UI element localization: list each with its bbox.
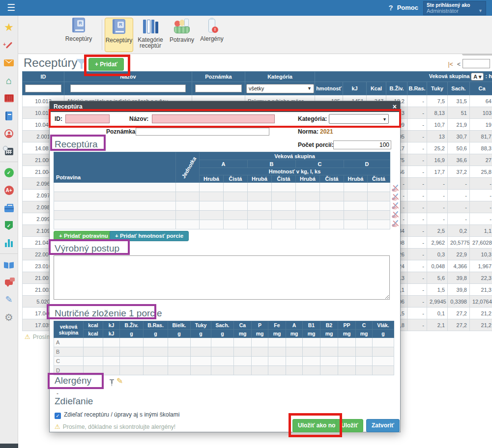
ingredient-cell[interactable] bbox=[54, 183, 176, 192]
ingredient-cell[interactable] bbox=[272, 192, 296, 201]
ingredient-cell[interactable] bbox=[368, 220, 390, 229]
filter-poznamka-input[interactable] bbox=[195, 84, 242, 92]
pagination-first[interactable]: |< bbox=[448, 61, 453, 68]
ingredient-cell[interactable] bbox=[296, 201, 320, 211]
ingredient-cell[interactable] bbox=[54, 211, 176, 220]
ingredient-cell[interactable] bbox=[248, 201, 272, 211]
ingredient-cell[interactable] bbox=[224, 183, 248, 192]
ingredient-cell[interactable] bbox=[224, 201, 248, 211]
sidebar-item-calendar-clock[interactable] bbox=[0, 142, 18, 160]
ingredient-cell[interactable] bbox=[344, 183, 368, 192]
ingredient-cell[interactable] bbox=[344, 201, 368, 211]
sidebar-item-pen[interactable]: ✎ bbox=[0, 291, 18, 308]
col-header-bziv[interactable]: B.Živ. bbox=[386, 82, 407, 95]
col-header-hmotnost[interactable]: hmotnosť bbox=[315, 82, 343, 95]
pagination-prev[interactable]: < bbox=[457, 61, 461, 68]
add-potravina-button[interactable]: + Pridať potravinu bbox=[54, 231, 114, 241]
sidebar-item-check-circle[interactable]: ✓ bbox=[0, 164, 18, 181]
pagination[interactable]: |< < bbox=[448, 61, 461, 68]
ingredient-cell[interactable] bbox=[224, 192, 248, 201]
col-header-id[interactable]: ID bbox=[23, 72, 64, 82]
ingredient-cell[interactable] bbox=[368, 183, 390, 192]
ingredient-cell[interactable] bbox=[344, 211, 368, 220]
col-header-ca[interactable]: Ca bbox=[470, 82, 492, 95]
help-link[interactable]: ? Pomoc bbox=[388, 3, 418, 12]
col-header-sach[interactable]: Sach. bbox=[448, 82, 470, 95]
ingredient-cell[interactable] bbox=[200, 220, 224, 229]
ingredient-cell[interactable] bbox=[344, 192, 368, 201]
add-button[interactable]: + Pridať bbox=[88, 58, 124, 71]
ingredient-cell[interactable] bbox=[296, 211, 320, 220]
ingredient-cell[interactable] bbox=[200, 201, 224, 211]
logged-in-user-dropdown[interactable]: Ste prihlásený ako Administrátor ▼ bbox=[423, 1, 486, 15]
ingredient-cell[interactable] bbox=[368, 211, 390, 220]
sidebar-item-grade-a-plus[interactable]: A+ bbox=[0, 181, 18, 199]
nazov-field[interactable] bbox=[152, 114, 275, 123]
ingredient-cell[interactable] bbox=[200, 211, 224, 220]
sidebar-item-gear[interactable]: ⚙ bbox=[0, 308, 18, 326]
horizontal-scrollbar[interactable] bbox=[462, 54, 492, 56]
ingredient-cell[interactable] bbox=[176, 211, 200, 220]
col-header-nazov[interactable]: Názov bbox=[64, 72, 192, 82]
pagination-page-input[interactable] bbox=[463, 59, 490, 68]
col-header-kategoria[interactable]: Kategória bbox=[245, 72, 315, 82]
ingredient-cell[interactable] bbox=[296, 192, 320, 201]
ingredient-cell[interactable] bbox=[320, 192, 344, 201]
kategoria-select[interactable]: ▾ bbox=[329, 114, 389, 124]
sidebar-item-bar-chart[interactable] bbox=[0, 234, 18, 252]
col-header-kcal[interactable]: Kcal bbox=[367, 82, 386, 95]
ingredient-cell[interactable] bbox=[272, 183, 296, 192]
filter-nazov-input[interactable] bbox=[70, 84, 186, 92]
modal-title-bar[interactable]: Receptúra × bbox=[50, 101, 400, 112]
ingredient-cell[interactable] bbox=[224, 220, 248, 229]
ingredient-cell[interactable] bbox=[248, 220, 272, 229]
col-header-tuky[interactable]: Tuky bbox=[427, 82, 448, 95]
ingredient-cell[interactable] bbox=[320, 183, 344, 192]
sidebar-item-library-book[interactable] bbox=[0, 255, 18, 273]
vyrobny-postup-textarea[interactable] bbox=[54, 255, 390, 300]
ingredient-cell[interactable] bbox=[54, 220, 176, 229]
id-field[interactable] bbox=[65, 114, 110, 123]
poznamka-field[interactable] bbox=[136, 128, 269, 136]
ingredient-cell[interactable] bbox=[248, 183, 272, 192]
ingredient-cell[interactable] bbox=[272, 201, 296, 211]
filter-funnel-icon[interactable] bbox=[76, 59, 87, 65]
ingredient-cell[interactable] bbox=[200, 183, 224, 192]
ingredient-cell[interactable] bbox=[272, 220, 296, 229]
checkbox-checked-icon[interactable]: ✓ bbox=[55, 413, 61, 419]
vekova-skupina-select[interactable]: A ▾ bbox=[471, 73, 484, 81]
row-tools-icon[interactable] bbox=[391, 193, 400, 200]
ingredient-cell[interactable] bbox=[54, 192, 176, 201]
col-header-bras[interactable]: B.Ras. bbox=[407, 82, 427, 95]
ingredient-cell[interactable] bbox=[248, 211, 272, 220]
ingredient-cell[interactable] bbox=[368, 192, 390, 201]
ingredient-cell[interactable] bbox=[368, 201, 390, 211]
save-button[interactable]: Uložiť bbox=[336, 419, 363, 432]
row-tools-icon[interactable] bbox=[391, 184, 400, 192]
ingredient-cell[interactable] bbox=[176, 220, 200, 229]
toolbar-button-potraviny[interactable]: Potraviny bbox=[168, 18, 196, 52]
toolbar-button-receptury[interactable]: Receptúry bbox=[105, 18, 133, 52]
share-checkbox-row[interactable]: ✓Zdieľať receptúru / úpravy aj s inými š… bbox=[55, 411, 179, 419]
ingredient-row[interactable] bbox=[54, 201, 390, 211]
ingredient-cell[interactable] bbox=[54, 201, 176, 211]
ingredient-row[interactable] bbox=[54, 220, 390, 229]
ingredient-cell[interactable] bbox=[296, 220, 320, 229]
sidebar-item-briefcase[interactable] bbox=[0, 199, 18, 217]
col-header-kj[interactable]: kJ bbox=[343, 82, 367, 95]
ingredient-cell[interactable] bbox=[272, 211, 296, 220]
ingredient-row[interactable] bbox=[54, 192, 390, 201]
ingredient-row[interactable] bbox=[54, 183, 390, 192]
sidebar-item-person[interactable] bbox=[0, 125, 18, 142]
ingredient-cell[interactable] bbox=[320, 201, 344, 211]
sidebar-item-favorites[interactable]: ★ bbox=[0, 19, 18, 36]
row-tools-icon[interactable] bbox=[391, 220, 400, 227]
ingredient-cell[interactable] bbox=[320, 211, 344, 220]
sidebar-item-magic-wand[interactable] bbox=[0, 36, 18, 54]
syringe-icon[interactable] bbox=[110, 379, 114, 386]
sidebar-item-mail[interactable] bbox=[0, 54, 18, 72]
ingredient-cell[interactable] bbox=[224, 211, 248, 220]
add-hmotnost-porcie-button[interactable]: + Pridať hmotnosť porcie bbox=[110, 231, 189, 241]
ingredient-cell[interactable] bbox=[176, 183, 200, 192]
hamburger-menu-icon[interactable]: ☰ bbox=[7, 2, 15, 13]
